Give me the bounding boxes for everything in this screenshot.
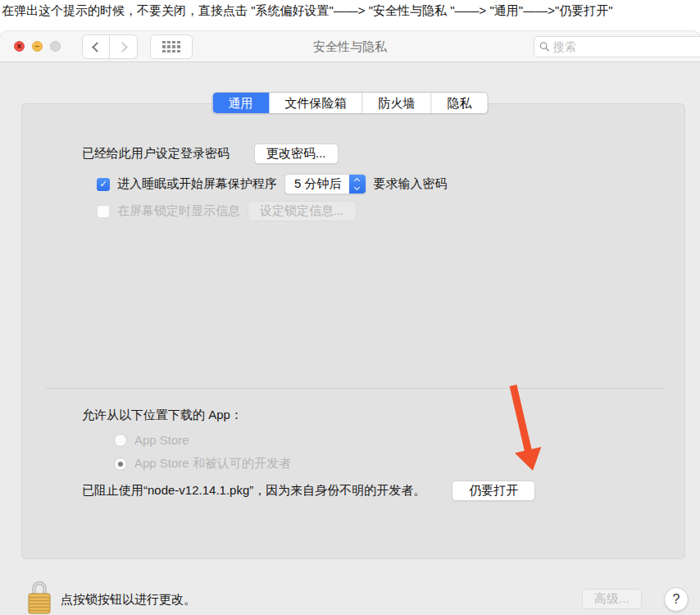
- identified-developers-radio: [114, 458, 127, 471]
- screenshot-root: 在弹出这个提示的时候，不要关闭，直接点击 "系统偏好设置"——> "安全性与隐私…: [0, 0, 700, 615]
- sleep-delay-value: 5 分钟后: [285, 175, 349, 194]
- appstore-radio: [114, 434, 127, 447]
- set-lock-message-button: 设定锁定信息...: [248, 201, 357, 221]
- tab-firewall[interactable]: 防火墙: [363, 93, 432, 113]
- sleep-delay-dropdown[interactable]: 5 分钟后: [284, 174, 366, 194]
- sleep-checkbox-label: 进入睡眠或开始屏幕保护程序: [117, 176, 277, 192]
- blocked-message: 已阻止使用“node-v12.14.1.pkg”，因为来自身份不明的开发者。: [82, 483, 425, 499]
- search-field[interactable]: [534, 36, 700, 57]
- open-anyway-button[interactable]: 仍要打开: [452, 481, 535, 501]
- blocked-app-row: 已阻止使用“node-v12.14.1.pkg”，因为来自身份不明的开发者。 仍…: [82, 481, 535, 501]
- password-set-label: 已经给此用户设定登录密码: [82, 146, 230, 162]
- advanced-button: 高级...: [582, 589, 642, 609]
- tab-filevault[interactable]: 文件保险箱: [270, 93, 363, 113]
- allow-apps-label: 允许从以下位置下载的 App：: [82, 408, 243, 423]
- advanced-row: 高级...: [582, 589, 642, 609]
- require-password-label: 要求输入密码: [374, 176, 448, 192]
- radio-row-identified: App Store 和被认可的开发者: [114, 456, 291, 472]
- section-divider: [46, 388, 664, 389]
- top-instruction-text: 在弹出这个提示的时候，不要关闭，直接点击 "系统偏好设置"——> "安全性与隐私…: [2, 3, 613, 19]
- tab-general[interactable]: 通用: [213, 93, 270, 113]
- search-input[interactable]: [553, 40, 700, 53]
- lock-message-row: 在屏幕锁定时显示信息 设定锁定信息...: [97, 201, 357, 221]
- lock-message-checkbox-label: 在屏幕锁定时显示信息: [117, 203, 240, 219]
- lock-hint-label: 点按锁按钮以进行更改。: [61, 592, 196, 608]
- stepper-icon: [349, 175, 366, 194]
- title-bar: × − 安全性与隐私: [0, 31, 700, 62]
- lock-hint-row: 点按锁按钮以进行更改。: [61, 592, 196, 608]
- lock-icon[interactable]: [26, 577, 52, 615]
- help-button[interactable]: ?: [664, 587, 689, 612]
- require-password-row: ✓ 进入睡眠或开始屏幕保护程序 5 分钟后 要求输入密码: [97, 174, 448, 194]
- security-privacy-window: × − 安全性与隐私: [0, 31, 700, 615]
- search-icon: [539, 41, 550, 52]
- radio-row-appstore: App Store: [114, 433, 189, 447]
- sleep-checkbox[interactable]: ✓: [97, 178, 110, 191]
- lock-message-checkbox: [97, 205, 110, 218]
- login-password-row: 已经给此用户设定登录密码 更改密码...: [82, 144, 339, 164]
- tab-bar: 通用 文件保险箱 防火墙 隐私: [212, 92, 489, 114]
- identified-developers-radio-label: App Store 和被认可的开发者: [134, 456, 291, 472]
- tab-privacy[interactable]: 隐私: [432, 93, 488, 113]
- change-password-button[interactable]: 更改密码...: [254, 144, 339, 164]
- allow-apps-row: 允许从以下位置下载的 App：: [82, 408, 243, 423]
- appstore-radio-label: App Store: [134, 433, 189, 447]
